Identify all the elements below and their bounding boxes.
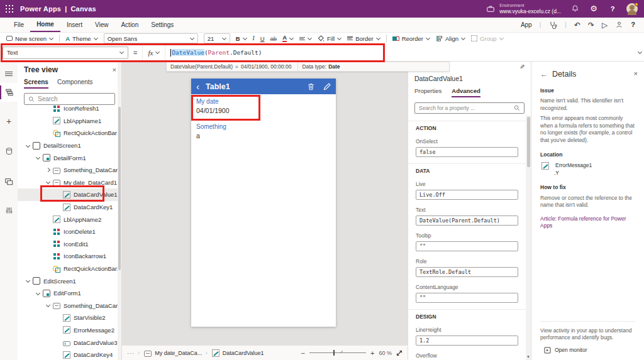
fill-button[interactable]: Fill: [318, 35, 341, 42]
help-icon[interactable]: ?: [608, 4, 618, 14]
menu-insert[interactable]: Insert: [60, 18, 89, 32]
menu-settings[interactable]: Settings: [145, 18, 180, 32]
notifications-icon[interactable]: [570, 4, 580, 14]
chevron-right-icon[interactable]: [45, 167, 52, 173]
menu-help-icon[interactable]: ?: [631, 21, 635, 28]
chevron-down-icon[interactable]: [25, 278, 31, 284]
tree-item-rectquickactionbar2[interactable]: RectQuickActionBar2: [18, 263, 118, 275]
tree-item-my date_datacard1[interactable]: My date_DataCard1: [18, 177, 118, 189]
new-screen-button[interactable]: New screen: [6, 35, 53, 42]
theme-button[interactable]: A Theme: [65, 35, 97, 42]
rail-data-icon[interactable]: [0, 142, 18, 161]
prop-role-input[interactable]: TextRole.Default: [416, 267, 518, 277]
avatar[interactable]: [626, 3, 638, 14]
tree-item-iconbackarrow1[interactable]: IconBackarrow1: [18, 250, 118, 263]
prop-live-input[interactable]: Live.Off: [416, 190, 518, 200]
settings-gear-icon[interactable]: ⚙: [589, 4, 599, 14]
tab-screens[interactable]: Screens: [24, 79, 48, 89]
tree-item-iconrefresh1[interactable]: IconRefresh1: [18, 102, 118, 115]
edit-pencil-icon[interactable]: ✎: [519, 63, 525, 70]
tree-item-errormessage2[interactable]: ErrorMessage2: [18, 324, 118, 337]
trash-icon[interactable]: [308, 83, 314, 90]
prop-lineheight-input[interactable]: 1.2: [416, 335, 518, 346]
text-align-button[interactable]: [299, 36, 312, 41]
tree-item-detailform1[interactable]: DetailForm1: [18, 151, 118, 164]
font-color-button[interactable]: A: [282, 35, 294, 42]
tree-item-editform1[interactable]: EditForm1: [18, 287, 118, 300]
reorder-button[interactable]: Reorder: [392, 35, 430, 42]
chevron-down-icon[interactable]: [45, 302, 52, 308]
tree-item-lblappname2[interactable]: LblAppName2: [18, 213, 118, 226]
tree-scrollbar[interactable]: [118, 62, 121, 360]
open-monitor-link[interactable]: Open monitor: [544, 347, 635, 354]
waffle-icon[interactable]: [6, 5, 14, 13]
menu-home[interactable]: Home: [30, 18, 60, 32]
zoom-in-button[interactable]: +: [370, 349, 374, 357]
tree-item-rectquickactionbar1[interactable]: RectQuickActionBar1: [18, 127, 118, 139]
app-checker-icon[interactable]: [548, 21, 557, 30]
fx-button[interactable]: fx: [142, 44, 165, 62]
scrollbar-down-arrow[interactable]: ▼: [526, 355, 531, 359]
rail-menu-icon[interactable]: [0, 64, 18, 83]
zoom-out-button[interactable]: −: [301, 349, 305, 357]
breadcrumb-more-icon[interactable]: ···: [127, 350, 135, 356]
share-icon[interactable]: [615, 21, 623, 29]
italic-button[interactable]: I: [253, 35, 255, 41]
menu-file[interactable]: File: [8, 18, 30, 32]
preview-play-icon[interactable]: ▷: [602, 21, 608, 29]
chevron-down-icon[interactable]: [35, 155, 42, 161]
strikethrough-button[interactable]: ab: [270, 35, 277, 42]
zoom-slider[interactable]: [309, 352, 366, 353]
rail-advanced-tools-icon[interactable]: [0, 201, 18, 220]
edit-pencil-icon[interactable]: [323, 83, 331, 90]
rail-tree-view-icon[interactable]: [0, 83, 18, 102]
tree-item-datacardkey4[interactable]: DataCardKey4: [18, 349, 118, 360]
scrollbar-thumb[interactable]: [527, 117, 530, 167]
environment-picker[interactable]: Environment www.vyuka-excelu.cz (d...: [486, 3, 561, 15]
tree-item-something_datacard2[interactable]: Something_DataCard2: [18, 300, 118, 312]
tree-item-datacardvalue3[interactable]: DataCardValue3: [18, 336, 118, 349]
menu-action[interactable]: Action: [114, 18, 145, 32]
chevron-down-icon[interactable]: [45, 179, 52, 185]
breadcrumb-my-date-dataca-[interactable]: My date_DataCa...: [143, 350, 202, 356]
property-select[interactable]: Text: [3, 46, 128, 59]
property-search-input[interactable]: Search for a property ...: [414, 102, 525, 114]
back-arrow-icon[interactable]: ←: [540, 69, 548, 79]
tab-components[interactable]: Components: [57, 79, 93, 89]
tab-properties[interactable]: Properties: [414, 87, 441, 97]
underline-button[interactable]: U: [260, 35, 265, 42]
tab-advanced[interactable]: Advanced: [452, 87, 480, 97]
details-close-icon[interactable]: ×: [634, 69, 638, 79]
undo-icon[interactable]: ↶: [574, 21, 580, 29]
location-control[interactable]: ErrorMessage1: [555, 162, 592, 169]
redo-icon[interactable]: ↷: [588, 21, 594, 29]
app-preview[interactable]: ‹ Table1 My date 04/01/1900 Something a: [191, 79, 336, 327]
app-menu-label[interactable]: App: [521, 21, 532, 28]
canvas-area[interactable]: ‹ Table1 My date 04/01/1900 Something a …: [122, 62, 408, 360]
article-link[interactable]: Article: Formula reference for Power App…: [540, 215, 635, 230]
field-value-my-date[interactable]: 04/01/1900: [196, 107, 336, 114]
back-chevron-icon[interactable]: ‹: [196, 82, 199, 91]
scrollbar-thumb[interactable]: [118, 107, 121, 270]
tree-item-something_datacard1[interactable]: Something_DataCard1: [18, 164, 118, 177]
formula-input[interactable]: DateValue ( Parent . Default ): [165, 49, 638, 57]
zoom-slider-handle[interactable]: [333, 350, 335, 356]
field-label-something[interactable]: Something: [196, 123, 336, 130]
rail-media-icon[interactable]: [0, 172, 18, 191]
tree-close-icon[interactable]: ×: [113, 66, 116, 74]
tree-item-datacardkey1[interactable]: DataCardKey1: [18, 201, 118, 214]
prop-tooltip-input[interactable]: "": [416, 241, 518, 251]
formula-bar-expand-icon[interactable]: [638, 50, 644, 55]
props-scrollbar[interactable]: ▼: [526, 116, 531, 360]
align-button[interactable]: Align: [436, 35, 465, 42]
chevron-down-icon[interactable]: [35, 290, 42, 297]
group-button[interactable]: Group: [471, 35, 503, 42]
tree-item-iconedit1[interactable]: IconEdit1: [18, 238, 118, 251]
breadcrumb-datacardvalue1[interactable]: DataCardValue1: [211, 349, 264, 357]
prop-onselect-input[interactable]: false: [416, 147, 518, 157]
prop-contentlanguage-input[interactable]: "": [416, 293, 518, 303]
field-value-something[interactable]: a: [196, 132, 336, 139]
menu-view[interactable]: View: [89, 18, 115, 32]
bold-button[interactable]: B: [236, 35, 247, 42]
tree-item-editscreen1[interactable]: EditScreen1: [18, 275, 118, 287]
